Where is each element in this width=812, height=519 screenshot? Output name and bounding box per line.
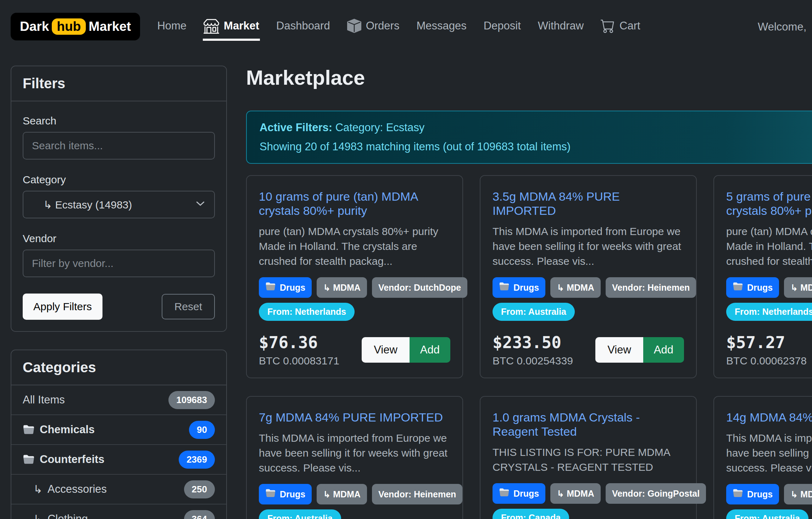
nav-item-dashboard[interactable]: Dashboard [276,14,331,39]
nav-item-label: Market [224,19,259,32]
main-nav: HomeMarketDashboardOrdersMessagesDeposit… [156,12,641,41]
vendor-badge[interactable]: Vendor: Heinemen [372,484,463,504]
nav-item-market[interactable]: Market [203,12,260,41]
category-badge[interactable]: Drugs [726,277,779,298]
category-count-badge: 364 [184,510,215,519]
vendor-badge[interactable]: Vendor: Heinemen [606,277,696,298]
folder-icon [23,453,35,465]
category-badge[interactable]: Drugs [493,277,545,298]
ships-from-badge[interactable]: From: Australia [259,509,341,519]
price-usd: $233.50 [493,333,573,352]
category-item-label: Chemicals [40,423,95,436]
nav-item-home[interactable]: Home [156,14,187,39]
category-badge[interactable]: Drugs [259,277,312,298]
product-description: THIS LISTING IS FOR: PURE MDMA CRYSTALS … [493,445,684,475]
price-btc: BTC 0.00062378 [726,355,807,367]
nav-item-withdraw[interactable]: Withdraw [537,14,584,39]
filters-title: Filters [11,66,226,101]
nav-item-label: Messages [416,19,466,32]
category-item-counterfeits[interactable]: Counterfeits2369 [11,445,226,475]
folder-icon [265,488,276,501]
category-item-label: Clothing [48,513,88,519]
price-usd: $57.27 [726,333,807,352]
product-card: 7g MDMA 84% PURE IMPORTED This MDMA is i… [246,396,463,519]
reset-button[interactable]: Reset [162,294,215,319]
category-badge[interactable]: Drugs [493,483,545,504]
view-button[interactable]: View [362,337,410,363]
vendor-input[interactable] [23,250,215,277]
nav-item-deposit[interactable]: Deposit [483,14,522,39]
ships-from-badge[interactable]: From: Australia [726,509,808,519]
product-title-link[interactable]: 3.5g MDMA 84% PURE IMPORTED [493,189,684,218]
category-item-label: All Items [23,394,65,406]
top-navbar: DarkhubMarket HomeMarketDashboardOrdersM… [0,0,812,53]
product-title-link[interactable]: 1.0 grams MDMA Crystals - Reagent Tested [493,410,684,439]
category-count-badge: 250 [184,480,215,498]
subcategory-badge[interactable]: ↳ MDMA [550,483,601,504]
category-count-badge: 90 [189,421,215,439]
ships-from-badge[interactable]: From: Australia [493,303,575,321]
product-grid: 10 grams of pure (tan) MDMA crystals 80%… [246,175,812,519]
view-button[interactable]: View [595,337,643,363]
search-label: Search [23,115,215,127]
brand-dark: Dark [20,19,49,34]
vendor-badge[interactable]: Vendor: DutchDope [372,277,467,298]
subcategory-badge[interactable]: ↳ MDMA [784,277,812,298]
apply-filters-button[interactable]: Apply Filters [23,294,102,320]
page-title: Marketplace [246,66,812,89]
active-filters-value: Category: Ecstasy [335,121,425,134]
product-description: pure (tan) MDMA crystals 80%+ purity Mad… [726,224,812,269]
price-btc: BTC 0.00254339 [493,355,573,367]
active-filters-label: Active Filters: [260,121,335,134]
brand-market: Market [89,19,131,34]
brand-hub: hub [52,18,86,35]
main-content: Marketplace Active Filters: Category: Ec… [246,66,812,519]
product-title-link[interactable]: 14g MDMA 84% PURE IMPORTED [726,410,812,424]
vendor-badge[interactable]: Vendor: GoingPostal [606,483,706,504]
subcategory-arrow-icon: ↳ [33,483,43,496]
category-item-chemicals[interactable]: Chemicals90 [11,415,226,445]
product-title-link[interactable]: 5 grams of pure (tan) MDMA crystals 80%+… [726,189,812,218]
category-item-all-items[interactable]: All Items109683 [11,385,226,415]
search-input[interactable] [23,132,215,160]
category-item-accessories[interactable]: ↳Accessories250 [11,475,226,504]
product-card: 3.5g MDMA 84% PURE IMPORTED This MDMA is… [480,175,697,378]
category-count-badge: 109683 [168,391,215,409]
brand-logo[interactable]: DarkhubMarket [11,13,140,40]
add-to-cart-button[interactable]: Add [410,337,450,363]
category-item-clothing[interactable]: ↳Clothing364 [11,504,226,519]
product-description: This MDMA is imported from Europe we hav… [259,431,450,475]
category-select[interactable]: ↳ Ecstasy (14983) [23,191,215,218]
nav-item-orders[interactable]: Orders [346,13,400,40]
nav-item-messages[interactable]: Messages [416,14,467,39]
subcategory-badge[interactable]: ↳ MDMA [550,277,601,298]
product-card: 1.0 grams MDMA Crystals - Reagent Tested… [480,396,697,519]
cart-icon [601,19,615,33]
add-to-cart-button[interactable]: Add [643,337,684,363]
ships-from-badge[interactable]: From: Netherlands [726,303,812,321]
subcategory-badge[interactable]: ↳ MDMA [317,484,367,504]
ships-from-badge[interactable]: From: Canada [493,509,569,519]
product-description: This MDMA is imported from Europe we hav… [726,431,812,475]
subcategory-badge[interactable]: ↳ MDMA [317,277,367,298]
nav-item-label: Dashboard [276,19,330,32]
product-title-link[interactable]: 7g MDMA 84% PURE IMPORTED [259,410,443,424]
ships-from-badge[interactable]: From: Netherlands [259,303,355,321]
category-badge[interactable]: Drugs [726,484,779,504]
category-select-value: ↳ Ecstasy (14983) [43,199,132,211]
subcategory-badge[interactable]: ↳ MDMA [784,484,812,504]
category-badge[interactable]: Drugs [259,484,312,504]
product-card: 14g MDMA 84% PURE IMPORTED This MDMA is … [713,396,812,519]
folder-icon [265,281,276,294]
package-icon [347,19,361,33]
product-card: 5 grams of pure (tan) MDMA crystals 80%+… [713,175,812,378]
nav-item-cart[interactable]: Cart [600,13,641,40]
category-item-label: Accessories [48,483,107,496]
showing-count-text: Showing 20 of 14983 matching items (out … [260,140,812,153]
categories-list: All Items109683Chemicals90Counterfeits23… [11,385,226,519]
subcategory-arrow-icon: ↳ [33,513,43,519]
product-title-link[interactable]: 10 grams of pure (tan) MDMA crystals 80%… [259,189,450,218]
product-description: pure (tan) MDMA crystals 80%+ purity Mad… [259,224,450,269]
category-item-label: Counterfeits [40,453,105,466]
product-card: 10 grams of pure (tan) MDMA crystals 80%… [246,175,463,378]
